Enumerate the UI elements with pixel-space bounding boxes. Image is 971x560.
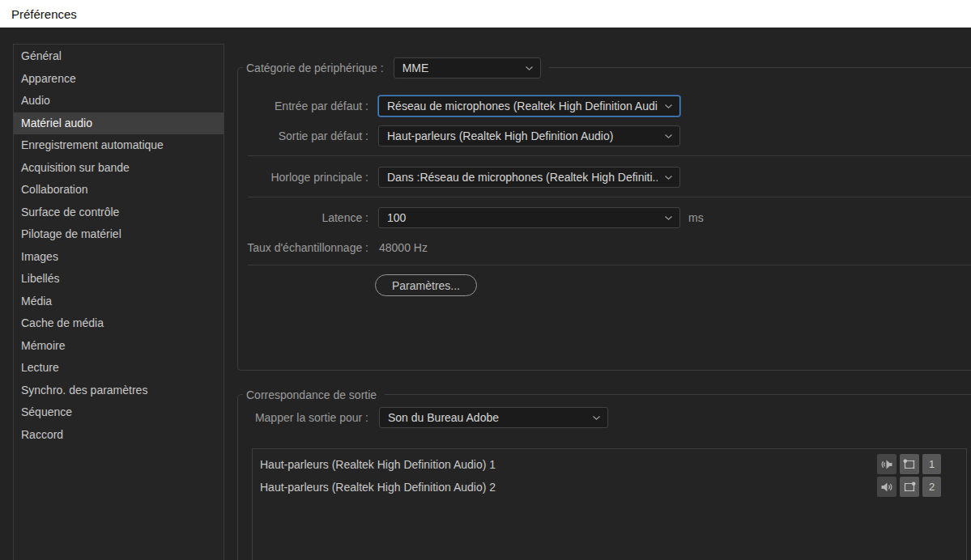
map-output-label: Mapper la sortie pour :	[238, 407, 368, 428]
sample-rate-label: Taux d'échantillonnage :	[238, 237, 368, 258]
speaker-right-icon[interactable]	[877, 477, 896, 497]
sidebar-item-memoire[interactable]: Mémoire	[14, 335, 224, 358]
sidebar-item-libelles[interactable]: Libellés	[14, 268, 224, 291]
master-clock-label: Horloge principale :	[238, 167, 368, 188]
chevron-down-icon	[592, 415, 601, 421]
separator	[248, 265, 971, 265]
device-class-legend: Catégorie de périphérique : MME	[243, 57, 549, 79]
default-output-label: Sortie par défaut :	[238, 125, 368, 146]
preferences-category-list: Général Apparence Audio Matériel audio E…	[13, 44, 224, 560]
default-input-select[interactable]: Réseau de microphones (Realtek High Defi…	[378, 95, 680, 117]
sidebar-item-acquisition-sur-bande[interactable]: Acquisition sur bande	[14, 157, 224, 180]
chevron-down-icon	[525, 66, 534, 71]
latency-value: 100	[387, 211, 658, 224]
sidebar-item-surface-de-controle[interactable]: Surface de contrôle	[14, 202, 224, 224]
sidebar-item-enregistrement-automatique[interactable]: Enregistrement automatique	[14, 134, 224, 157]
latency-select[interactable]: 100	[378, 207, 680, 228]
master-clock-value: Dans :Réseau de microphones (Realtek Hig…	[387, 171, 658, 184]
speaker-glyph	[880, 459, 893, 470]
chevron-down-icon	[664, 215, 673, 221]
sidebar-item-lecture[interactable]: Lecture	[14, 357, 224, 380]
channel-name: Haut-parleurs (Realtek High Definition A…	[260, 481, 877, 494]
output-mapping-legend-label: Correspondance de sortie	[246, 388, 377, 401]
map-output-select[interactable]: Son du Bureau Adobe	[379, 407, 608, 428]
sidebar-item-collaboration[interactable]: Collaboration	[14, 179, 224, 202]
sidebar-item-raccord[interactable]: Raccord	[14, 424, 224, 447]
separator	[248, 155, 971, 156]
device-settings-group: Catégorie de périphérique : MME Entrée p…	[237, 67, 971, 371]
chevron-down-icon	[664, 134, 673, 139]
default-output-select[interactable]: Haut-parleurs (Realtek High Definition A…	[378, 125, 680, 146]
position-corner-top-right-icon[interactable]	[900, 477, 919, 497]
output-mapping-group: Correspondance de sortie Mapper la sorti…	[237, 394, 971, 560]
map-output-value: Son du Bureau Adobe	[388, 411, 586, 424]
position-corner-top-left-icon[interactable]	[900, 454, 919, 474]
separator	[248, 197, 971, 197]
device-class-select[interactable]: MME	[394, 57, 541, 78]
sidebar-item-cache-de-media[interactable]: Cache de média	[14, 312, 224, 335]
master-clock-select[interactable]: Dans :Réseau de microphones (Realtek Hig…	[378, 167, 680, 188]
channel-row-2[interactable]: Haut-parleurs (Realtek High Definition A…	[253, 476, 965, 498]
sidebar-item-apparence[interactable]: Apparence	[14, 68, 224, 91]
sidebar-item-audio[interactable]: Audio	[14, 90, 224, 112]
speaker-left-icon[interactable]	[877, 454, 896, 474]
preferences-window: Général Apparence Audio Matériel audio E…	[0, 28, 971, 560]
sidebar-item-materiel-audio[interactable]: Matériel audio	[14, 112, 224, 135]
asio-settings-button[interactable]: Paramètres...	[375, 274, 477, 296]
chevron-down-icon	[664, 175, 673, 180]
latency-unit: ms	[688, 207, 704, 228]
default-output-value: Haut-parleurs (Realtek High Definition A…	[387, 129, 658, 142]
dialog-titlebar: Préférences	[0, 0, 971, 28]
dialog-title: Préférences	[11, 7, 77, 21]
channel-row-1[interactable]: Haut-parleurs (Realtek High Definition A…	[253, 453, 965, 475]
sidebar-item-synchro-des-parametres[interactable]: Synchro. des paramètres	[14, 380, 224, 402]
channel-number-button[interactable]: 1	[922, 454, 941, 474]
chevron-down-icon	[664, 104, 673, 109]
channel-number-button[interactable]: 2	[922, 477, 941, 497]
default-input-value: Réseau de microphones (Realtek High Defi…	[387, 100, 658, 112]
device-class-value: MME	[402, 62, 518, 74]
sidebar-item-pilotage-de-materiel[interactable]: Pilotage de matériel	[14, 223, 224, 246]
device-class-label: Catégorie de périphérique :	[246, 62, 384, 74]
sidebar-item-media[interactable]: Média	[14, 291, 224, 313]
speaker-glyph	[880, 482, 893, 493]
output-mapping-legend: Correspondance de sortie	[243, 387, 385, 402]
sidebar-item-images[interactable]: Images	[14, 246, 224, 269]
output-channel-list: Haut-parleurs (Realtek High Definition A…	[252, 448, 967, 560]
latency-label: Latence :	[238, 207, 368, 228]
channel-name: Haut-parleurs (Realtek High Definition A…	[260, 458, 877, 471]
sample-rate-value: 48000 Hz	[379, 237, 428, 258]
sidebar-item-general[interactable]: Général	[14, 45, 224, 68]
default-input-label: Entrée par défaut :	[238, 95, 368, 117]
sidebar-item-sequence[interactable]: Séquence	[14, 401, 224, 424]
